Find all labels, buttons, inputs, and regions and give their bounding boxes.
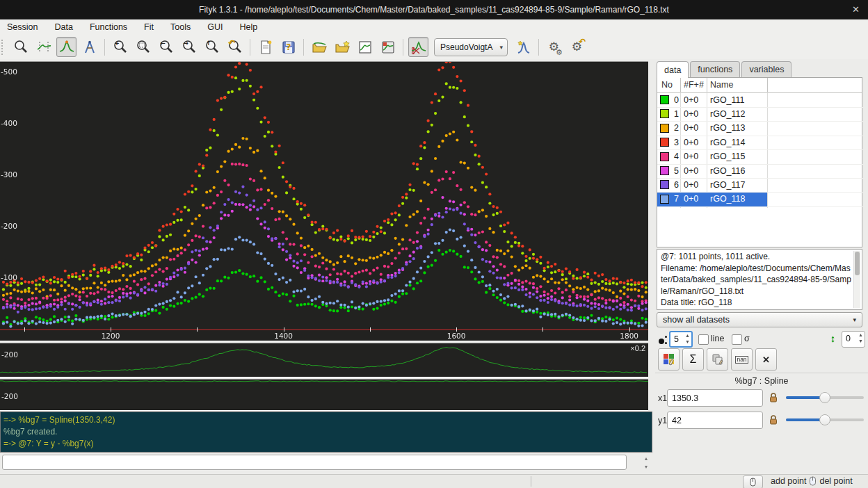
command-history-spin[interactable]: ▲ ▼ [641, 455, 652, 471]
data-range-mode-icon[interactable] [33, 37, 54, 57]
menu-functions[interactable]: Functions [90, 22, 127, 32]
toolbar-drag-handle[interactable] [1, 40, 6, 55]
table-row[interactable]: 40+0rGO_115 [657, 150, 767, 164]
delete-dataset-button[interactable]: ✕ [755, 348, 777, 371]
table-row[interactable]: 00+0rGO_111 [657, 93, 767, 107]
zoom-box-icon[interactable] [133, 37, 153, 57]
table-row[interactable]: 20+0rGO_113 [657, 122, 767, 136]
dataset-number: 2 [674, 123, 679, 133]
menu-help[interactable]: Help [239, 22, 257, 32]
command-input-row: ▲ ▼ [0, 453, 654, 474]
x1-row: x1 [655, 389, 868, 408]
dataset-color-swatch[interactable] [660, 109, 669, 118]
zoom-left-icon[interactable]: ← [156, 37, 176, 57]
spin-down-icon[interactable]: ▼ [644, 465, 649, 469]
main-plot-canvas[interactable] [0, 62, 648, 339]
line-checkbox[interactable] [698, 334, 709, 345]
line-checkbox-label: line [711, 334, 724, 343]
menu-tools[interactable]: Tools [170, 22, 191, 32]
export-plot-icon[interactable] [378, 37, 398, 57]
vertical-splitter[interactable] [648, 59, 655, 412]
fit-undo-gear-icon[interactable]: ⚙↶ [567, 37, 587, 57]
dataset-color-swatch[interactable] [660, 152, 669, 161]
menu-fit[interactable]: Fit [144, 22, 154, 32]
aux1-scale-label: ×0.2 [630, 344, 645, 352]
dataset-color-swatch[interactable] [660, 180, 669, 189]
sum-datasets-button[interactable]: Σ [682, 348, 704, 371]
menu-session[interactable]: Session [7, 22, 38, 32]
col-fcount: #F+# [684, 80, 704, 90]
dataset-color-swatch[interactable] [660, 124, 669, 133]
table-row[interactable]: 10+0rGO_112 [657, 107, 767, 121]
toolbar: + ← → ↑ ↶ ? [0, 35, 868, 60]
info-scrollbar[interactable] [853, 251, 860, 308]
tab-functions[interactable]: functions [690, 61, 740, 77]
menu-gui[interactable]: GUI [207, 22, 223, 32]
copy-dataset-button[interactable] [707, 348, 728, 371]
sigma-checkbox[interactable] [732, 334, 742, 345]
aux-plot-2-canvas[interactable] [0, 380, 648, 409]
fityk-window: Fityk 1.3.1 - /home/aleplo/test/Document… [0, 0, 868, 488]
sidebar-divider [655, 373, 868, 373]
data-editor-icon[interactable] [355, 37, 375, 57]
menu-data[interactable]: Data [54, 22, 72, 32]
dataset-color-swatch[interactable] [660, 195, 669, 204]
dataset-name: rGO_113 [710, 123, 746, 133]
plot-column: -500-400-300-200-1001200140016001800 -20… [0, 59, 648, 412]
rename-dataset-button[interactable]: nan [731, 348, 753, 371]
x1-input[interactable] [667, 389, 763, 407]
y1-input[interactable] [667, 412, 763, 429]
lock-icon[interactable] [769, 414, 778, 427]
del-point-hint: del point [819, 476, 852, 486]
point-size-spinner[interactable]: 5 ▲▼ [669, 331, 693, 348]
command-input[interactable] [2, 455, 627, 470]
dataset-color-swatch[interactable] [660, 166, 669, 175]
x1-slider[interactable] [786, 396, 864, 399]
mouse-hint-button[interactable] [743, 475, 763, 488]
spin-up-icon[interactable]: ▲ [644, 457, 649, 461]
strip-background-icon[interactable] [408, 37, 428, 57]
aux-plot-1[interactable]: -200 ×0.2 [0, 343, 648, 377]
table-row[interactable]: 50+0rGO_116 [657, 164, 767, 178]
zoom-prev-icon[interactable]: ↶ [225, 37, 245, 57]
aux-plot-2[interactable]: -200 [0, 379, 648, 411]
zoom-right-icon[interactable]: → [179, 37, 199, 57]
tab-data[interactable]: data [657, 61, 689, 78]
add-peak-mode-icon[interactable] [56, 37, 77, 57]
dataset-number: 1 [674, 109, 679, 119]
open-data-icon[interactable] [309, 37, 329, 57]
add-vline-mode-icon[interactable] [79, 37, 99, 57]
zoom-all-icon[interactable]: + [110, 37, 130, 57]
peak-type-combo[interactable]: PseudoVoigtA ▾ [434, 38, 508, 56]
shift-value: 0 [846, 334, 851, 343]
dataset-color-swatch[interactable] [660, 138, 669, 147]
tab-variables[interactable]: variables [741, 61, 791, 77]
point-size-icon [659, 336, 667, 344]
append-data-icon[interactable] [332, 37, 352, 57]
fit-gear-icon[interactable]: ⚙⚙ [544, 37, 564, 57]
table-row[interactable]: 30+0rGO_114 [657, 136, 767, 149]
add-function-icon[interactable] [513, 37, 533, 57]
console-line: =-> @7: Y = y - %bg7(x) [3, 438, 649, 450]
info-title: Data title: rGO_118 [661, 298, 732, 307]
window-title: Fityk 1.3.1 - /home/aleplo/test/Document… [199, 5, 669, 15]
show-datasets-combo[interactable]: show all datasets ▾ [657, 312, 862, 327]
rename-icon: nan [735, 356, 748, 364]
aux-plot-1-canvas[interactable] [0, 343, 648, 375]
main-plot[interactable]: -500-400-300-200-1001200140016001800 [0, 61, 648, 341]
lock-icon[interactable] [769, 392, 778, 405]
table-row[interactable]: 60+0rGO_117 [657, 178, 767, 192]
zoom-mode-icon[interactable] [10, 37, 31, 57]
aux1-y-label: -200 [1, 350, 18, 359]
table-row[interactable]: 70+0rGO_118 [657, 193, 767, 206]
save-session-icon[interactable]: ? [278, 37, 298, 57]
y1-slider[interactable] [786, 418, 864, 421]
session-log-icon[interactable] [255, 37, 275, 57]
title-bar: Fityk 1.3.1 - /home/aleplo/test/Document… [0, 0, 868, 19]
zoom-vert-icon[interactable]: ↑ [202, 37, 222, 57]
shift-spinner[interactable]: 0 ▲▼ [842, 331, 865, 348]
dataset-color-swatch[interactable] [660, 95, 669, 104]
close-icon[interactable]: ✕ [852, 4, 860, 15]
data-editor-button[interactable] [658, 348, 680, 371]
y-tick-label: -500 [1, 67, 17, 76]
